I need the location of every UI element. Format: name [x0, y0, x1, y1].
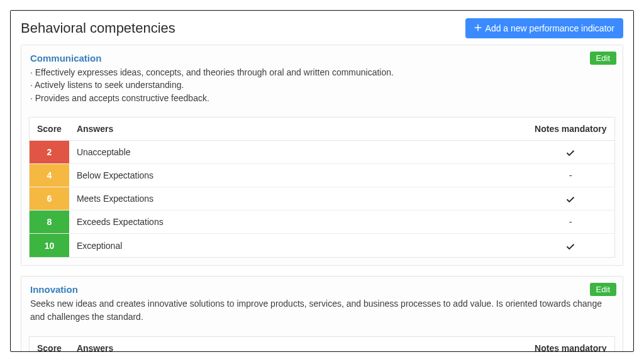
- table-row: 10 Exceptional: [30, 234, 615, 257]
- plus-icon: [474, 23, 482, 33]
- edit-button[interactable]: Edit: [590, 52, 616, 65]
- notes-mandatory-cell: [527, 187, 615, 211]
- check-icon: [566, 194, 575, 204]
- col-header-score: Score: [30, 117, 69, 140]
- table-row: 6 Meets Expectations: [30, 187, 615, 211]
- score-cell: 10: [30, 234, 69, 257]
- page-container: Behavioral competencies Add a new perfor…: [10, 10, 634, 352]
- bullet-line: Provides and accepts constructive feedba…: [30, 92, 614, 104]
- page-title: Behavioral competencies: [21, 20, 175, 36]
- section-title-link[interactable]: Innovation: [30, 284, 78, 295]
- score-cell: 6: [30, 187, 69, 211]
- col-header-score: Score: [30, 336, 69, 352]
- answer-cell: Exceeds Expectations: [69, 211, 527, 234]
- ratings-table: Score Answers Notes mandatory 2 Unaccept…: [29, 117, 615, 258]
- col-header-notes: Notes mandatory: [527, 336, 615, 352]
- notes-mandatory-cell: -: [527, 164, 615, 187]
- edit-button[interactable]: Edit: [590, 283, 616, 296]
- section-title-link[interactable]: Communication: [30, 53, 101, 63]
- answer-cell: Meets Expectations: [69, 187, 527, 211]
- competency-section-communication: Communication Edit Effectively expresses…: [21, 45, 623, 266]
- bullet-line: Actively listens to seek understanding.: [30, 79, 614, 91]
- table-row: 4 Below Expectations -: [30, 164, 615, 187]
- notes-mandatory-cell: -: [527, 211, 615, 234]
- section-header: Communication Edit Effectively expresses…: [21, 45, 623, 109]
- competency-section-innovation: Innovation Edit Seeks new ideas and crea…: [21, 276, 623, 352]
- score-cell: 4: [30, 164, 69, 187]
- page-header: Behavioral competencies Add a new perfor…: [21, 18, 623, 38]
- bullet-line: Effectively expresses ideas, concepts, a…: [30, 66, 614, 79]
- answer-cell: Unacceptable: [69, 140, 527, 163]
- score-cell: 2: [30, 140, 69, 163]
- section-description: Seeks new ideas and creates innovative s…: [30, 297, 614, 324]
- col-header-notes: Notes mandatory: [527, 117, 615, 140]
- table-row: 8 Exceeds Expectations -: [30, 211, 615, 234]
- add-performance-indicator-button[interactable]: Add a new performance indicator: [465, 18, 623, 38]
- col-header-answers: Answers: [69, 117, 527, 140]
- check-icon: [566, 240, 575, 250]
- score-cell: 8: [30, 211, 69, 234]
- col-header-answers: Answers: [69, 336, 527, 352]
- answer-cell: Exceptional: [69, 234, 527, 257]
- check-icon: [566, 147, 575, 157]
- add-button-label: Add a new performance indicator: [486, 23, 614, 33]
- section-header: Innovation Edit Seeks new ideas and crea…: [21, 277, 623, 329]
- answer-cell: Below Expectations: [69, 164, 527, 187]
- notes-mandatory-cell: [527, 140, 615, 163]
- ratings-table: Score Answers Notes mandatory 2 Unaccept…: [29, 336, 615, 352]
- notes-mandatory-cell: [527, 234, 615, 257]
- table-row: 2 Unacceptable: [30, 140, 615, 163]
